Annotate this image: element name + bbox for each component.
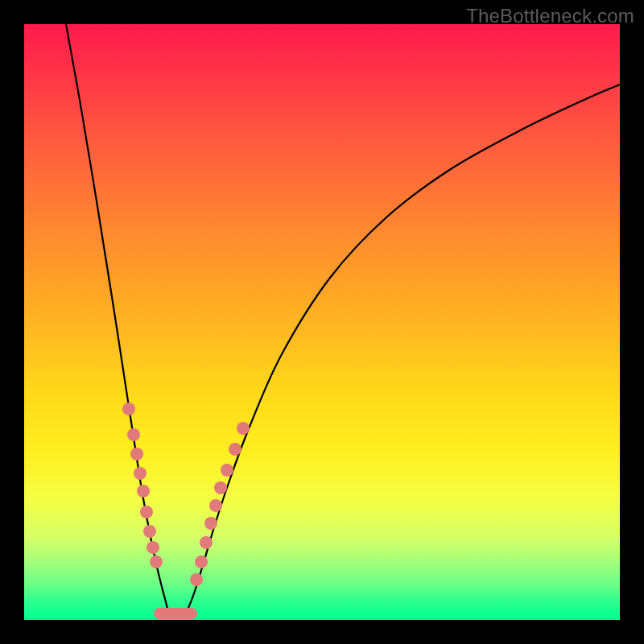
- sample-dot: [137, 485, 150, 497]
- curves-svg: [24, 24, 620, 620]
- dots-right: [190, 422, 250, 586]
- sample-dot: [127, 428, 140, 441]
- sample-dot: [214, 481, 227, 494]
- right-branch-curve: [185, 85, 620, 615]
- sample-dot: [150, 555, 163, 568]
- sample-dot: [204, 517, 217, 530]
- sample-dot: [147, 541, 159, 554]
- dots-left: [122, 402, 163, 568]
- plot-area: [24, 24, 620, 620]
- sample-dot: [140, 506, 153, 518]
- sample-dot: [209, 499, 222, 512]
- sample-dot: [200, 536, 213, 549]
- sample-dot: [122, 402, 135, 415]
- sample-dot: [237, 422, 250, 435]
- watermark-text: TheBottleneck.com: [466, 5, 634, 27]
- sample-dot: [221, 464, 233, 477]
- sample-dot: [130, 448, 143, 460]
- sample-dot: [229, 443, 242, 456]
- sample-dot: [134, 467, 147, 480]
- sample-dot: [195, 555, 208, 568]
- sample-dot: [143, 525, 156, 538]
- sample-dot: [190, 573, 203, 586]
- chart-stage: TheBottleneck.com: [0, 0, 644, 644]
